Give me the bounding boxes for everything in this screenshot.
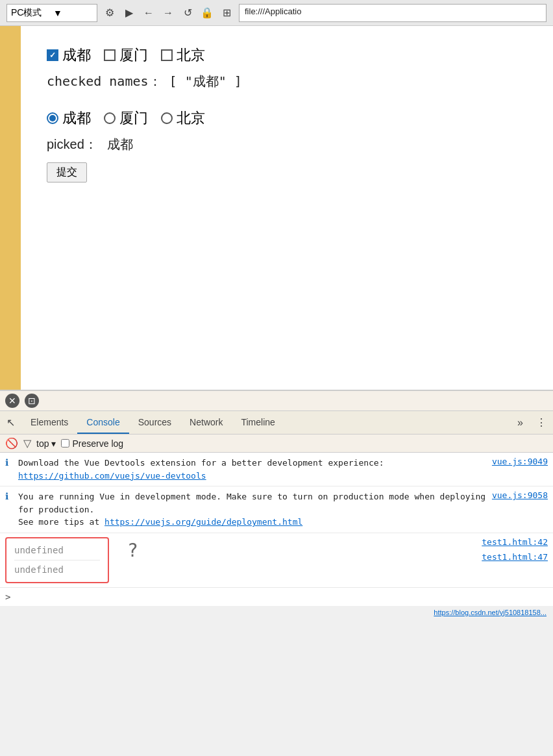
devtools-cursor-icon[interactable]: ↖ xyxy=(0,411,21,434)
url-bar[interactable]: file:///Applicatio xyxy=(239,4,547,22)
radio-beijing-label: 北京 xyxy=(177,108,205,128)
left-accent xyxy=(0,26,18,390)
console-prompt[interactable]: > xyxy=(0,588,553,606)
checkbox-beijing-label: 北京 xyxy=(177,45,205,65)
prompt-symbol: > xyxy=(5,592,10,602)
grid-icon[interactable]: ⊞ xyxy=(219,6,234,20)
checkbox-chengdu[interactable]: 成都 xyxy=(47,45,91,65)
devtools-controls: ✕ ⊡ xyxy=(0,391,553,411)
checkbox-chengdu-label: 成都 xyxy=(62,45,91,65)
undefined-sources: test1.html:42 test1.html:47 xyxy=(482,537,548,562)
level-filter-arrow: ▾ xyxy=(51,438,56,449)
undefined-source-1[interactable]: test1.html:42 xyxy=(482,537,548,547)
devtools-dock-button[interactable]: ⊡ xyxy=(25,394,39,408)
radio-chengdu-btn[interactable] xyxy=(47,112,58,124)
back-icon[interactable]: ← xyxy=(141,6,156,20)
footer-link[interactable]: https://blog.csdn.net/yj510818158... xyxy=(434,609,547,616)
checkbox-beijing-box[interactable] xyxy=(161,49,173,61)
checked-names-value: [ "成都" ] xyxy=(169,73,242,89)
radio-xiamen-btn[interactable] xyxy=(104,112,116,124)
tab-more-button[interactable]: » xyxy=(511,412,530,434)
checkbox-chengdu-box[interactable] xyxy=(47,49,58,61)
undefined-source-2[interactable]: test1.html:47 xyxy=(482,552,548,562)
radio-beijing[interactable]: 北京 xyxy=(161,108,205,128)
mode-selector[interactable]: PC模式 ▼ xyxy=(6,4,97,22)
checkbox-xiamen-label: 厦门 xyxy=(119,45,148,65)
forward-icon[interactable]: → xyxy=(161,6,175,20)
filter-icon[interactable]: ▽ xyxy=(23,437,31,449)
checkbox-row: 成都 厦门 北京 xyxy=(47,45,527,65)
info-icon-2: ℹ xyxy=(5,491,8,501)
deployment-link[interactable]: https://vuejs.org/guide/deployment.html xyxy=(104,517,302,527)
tab-sources[interactable]: Sources xyxy=(129,412,180,434)
tab-menu-button[interactable]: ⋮ xyxy=(530,411,553,434)
radio-beijing-btn[interactable] xyxy=(161,112,173,124)
question-mark-icon: ? xyxy=(122,537,143,564)
radio-chengdu[interactable]: 成都 xyxy=(47,108,91,128)
console-msg-2-source[interactable]: vue.js:9058 xyxy=(492,490,548,500)
tab-network[interactable]: Network xyxy=(180,412,232,434)
mode-dropdown-arrow: ▼ xyxy=(53,8,93,18)
submit-button[interactable]: 提交 xyxy=(47,162,87,183)
preserve-log-input[interactable] xyxy=(61,439,69,447)
info-icon-1: ℹ xyxy=(5,457,8,468)
devtools-tabs: ↖ Elements Console Sources Network Timel… xyxy=(0,411,553,435)
preserve-log-checkbox[interactable]: Preserve log xyxy=(61,438,123,449)
tab-timeline[interactable]: Timeline xyxy=(232,412,284,434)
page-footer: https://blog.csdn.net/yj510818158... xyxy=(0,606,553,619)
picked-value: 成都 xyxy=(107,137,133,151)
console-msg-1-source[interactable]: vue.js:9049 xyxy=(492,457,548,466)
picked-label: picked： xyxy=(47,137,97,151)
refresh-icon[interactable]: ↺ xyxy=(180,6,195,20)
clear-console-icon[interactable]: 🚫 xyxy=(5,437,18,449)
preserve-log-label: Preserve log xyxy=(72,438,123,449)
devtools-panel: ✕ ⊡ ↖ Elements Console Sources Network T… xyxy=(0,390,553,606)
radio-xiamen[interactable]: 厦门 xyxy=(104,108,148,128)
tab-console[interactable]: Console xyxy=(77,412,129,434)
undefined-line-1: undefined xyxy=(14,541,100,561)
page-content: 成都 厦门 北京 checked names： [ "成都" ] 成都 厦 xyxy=(18,26,553,390)
lock-icon[interactable]: 🔒 xyxy=(200,6,214,20)
undefined-section: undefined undefined ? test1.html:42 test… xyxy=(0,533,553,588)
undefined-box: undefined undefined xyxy=(5,537,109,583)
checked-names-output: checked names： [ "成都" ] xyxy=(47,73,527,90)
undefined-line-2: undefined xyxy=(14,561,100,579)
mode-label: PC模式 xyxy=(11,7,51,19)
console-body: ℹ Download the Vue Devtools extension fo… xyxy=(0,453,553,606)
console-toolbar: 🚫 ▽ top ▾ Preserve log xyxy=(0,435,553,453)
console-msg-1: ℹ Download the Vue Devtools extension fo… xyxy=(0,453,553,486)
checked-names-label: checked names： xyxy=(47,73,162,89)
level-filter[interactable]: top ▾ xyxy=(36,438,56,449)
browser-toolbar: PC模式 ▼ ⚙ ▶ ← → ↺ 🔒 ⊞ file:///Applicatio xyxy=(0,0,553,26)
checkbox-xiamen[interactable]: 厦门 xyxy=(104,45,148,65)
console-msg-2-text: You are running Vue in development mode.… xyxy=(18,490,487,529)
console-msg-2: ℹ You are running Vue in development mod… xyxy=(0,486,553,533)
settings-icon[interactable]: ⚙ xyxy=(103,6,117,20)
radio-chengdu-label: 成都 xyxy=(62,108,91,128)
vue-devtools-link[interactable]: https://github.com/vuejs/vue-devtools xyxy=(18,471,206,481)
terminal-icon[interactable]: ▶ xyxy=(122,6,136,20)
console-msg-1-text: Download the Vue Devtools extension for … xyxy=(18,457,487,482)
radio-row: 成都 厦门 北京 xyxy=(47,108,527,128)
checkbox-xiamen-box[interactable] xyxy=(104,49,116,61)
tab-elements[interactable]: Elements xyxy=(21,412,77,434)
radio-xiamen-label: 厦门 xyxy=(119,108,148,128)
checkbox-beijing[interactable]: 北京 xyxy=(161,45,205,65)
devtools-close-button[interactable]: ✕ xyxy=(5,394,19,408)
picked-output: picked： 成都 xyxy=(47,136,527,153)
level-filter-label: top xyxy=(36,438,49,449)
